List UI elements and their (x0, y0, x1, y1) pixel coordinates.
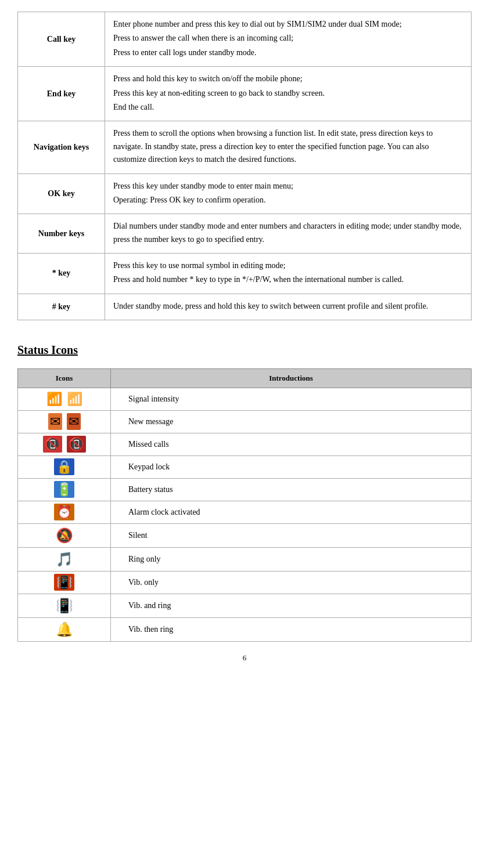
key-name: OK key (18, 173, 105, 214)
status-intro-cell: Vib. and ring (111, 594, 472, 618)
status-intro-cell: Vib. then ring (111, 618, 472, 642)
key-name: End key (18, 67, 105, 121)
status-intro-cell: Keypad lock (111, 456, 472, 479)
status-icon-cell: 🔔 (18, 618, 111, 642)
status-row: 🎵Ring only (18, 548, 472, 572)
key-table: Call keyEnter phone number and press thi… (17, 12, 472, 320)
status-row: 🔋Battery status (18, 479, 472, 501)
battery-icon: 🔋 (54, 481, 74, 498)
key-row: Number keysDial numbers under standby mo… (18, 214, 472, 254)
lock-icon: 🔒 (54, 458, 74, 475)
status-row: 📳Vib. only (18, 572, 472, 594)
status-row: ✉✉New message (18, 411, 472, 433)
key-name: Navigation keys (18, 121, 105, 173)
status-icon-cell: 📵📵 (18, 433, 111, 456)
key-description: Dial numbers under standby mode and ente… (105, 214, 472, 254)
alarm-icon: ⏰ (54, 504, 74, 520)
key-description: Under standby mode, press and hold this … (105, 294, 472, 320)
status-intro-cell: Missed calls (111, 433, 472, 456)
status-row: ⏰Alarm clock activated (18, 501, 472, 524)
status-icon-cell: 📶📶 (18, 388, 111, 411)
status-icon-cell: 🔕 (18, 524, 111, 548)
key-row: OK keyPress this key under standby mode … (18, 173, 472, 214)
page-number: 6 (17, 653, 472, 663)
key-name: * key (18, 254, 105, 294)
status-icons-title: Status Icons (17, 343, 472, 357)
status-icon-cell: 🔒 (18, 456, 111, 479)
key-description: Enter phone number and press this key to… (105, 12, 472, 67)
key-description: Press and hold this key to switch on/off… (105, 67, 472, 121)
key-description: Press this key under standby mode to ent… (105, 173, 472, 214)
signal-icon-2: 📶 (67, 392, 82, 406)
key-name: Call key (18, 12, 105, 67)
status-intro-cell: Silent (111, 524, 472, 548)
signal-icon-1: 📶 (46, 392, 62, 406)
status-row: 🔔Vib. then ring (18, 618, 472, 642)
status-intro-cell: Battery status (111, 479, 472, 501)
missed-icon-2: 📵 (67, 436, 86, 453)
status-row: 📵📵Missed calls (18, 433, 472, 456)
status-intro-cell: Alarm clock activated (111, 501, 472, 524)
status-intro-cell: Ring only (111, 548, 472, 572)
status-intro-cell: Vib. only (111, 572, 472, 594)
vib-icon: 📳 (54, 574, 74, 591)
message-icon-2: ✉ (67, 413, 81, 430)
status-icon-cell: ✉✉ (18, 411, 111, 433)
status-icon-cell: ⏰ (18, 501, 111, 524)
status-row: 📶📶Signal intensity (18, 388, 472, 411)
status-icons-table: Icons Introductions 📶📶Signal intensity✉✉… (17, 368, 472, 642)
key-row: # keyUnder standby mode, press and hold … (18, 294, 472, 320)
missed-icon-1: 📵 (43, 436, 62, 453)
key-name: # key (18, 294, 105, 320)
status-icon-cell: 📳 (18, 594, 111, 618)
col-header-icons: Icons (18, 369, 111, 388)
key-description: Press them to scroll the options when br… (105, 121, 472, 173)
ring-icon: 🎵 (56, 552, 73, 567)
key-description: Press this key to use normal symbol in e… (105, 254, 472, 294)
status-row: 📳Vib. and ring (18, 594, 472, 618)
col-header-introductions: Introductions (111, 369, 472, 388)
key-name: Number keys (18, 214, 105, 254)
status-icon-cell: 🔋 (18, 479, 111, 501)
key-row: Call keyEnter phone number and press thi… (18, 12, 472, 67)
key-row: Navigation keysPress them to scroll the … (18, 121, 472, 173)
key-row: * keyPress this key to use normal symbol… (18, 254, 472, 294)
status-row: 🔒Keypad lock (18, 456, 472, 479)
status-icon-cell: 📳 (18, 572, 111, 594)
status-intro-cell: Signal intensity (111, 388, 472, 411)
status-row: 🔕Silent (18, 524, 472, 548)
key-row: End keyPress and hold this key to switch… (18, 67, 472, 121)
silent-icon: 🔕 (56, 528, 73, 543)
message-icon-1: ✉ (48, 413, 62, 430)
vibthen-icon: 🔔 (56, 622, 73, 637)
status-icon-cell: 🎵 (18, 548, 111, 572)
status-intro-cell: New message (111, 411, 472, 433)
vibring-icon: 📳 (56, 598, 73, 613)
